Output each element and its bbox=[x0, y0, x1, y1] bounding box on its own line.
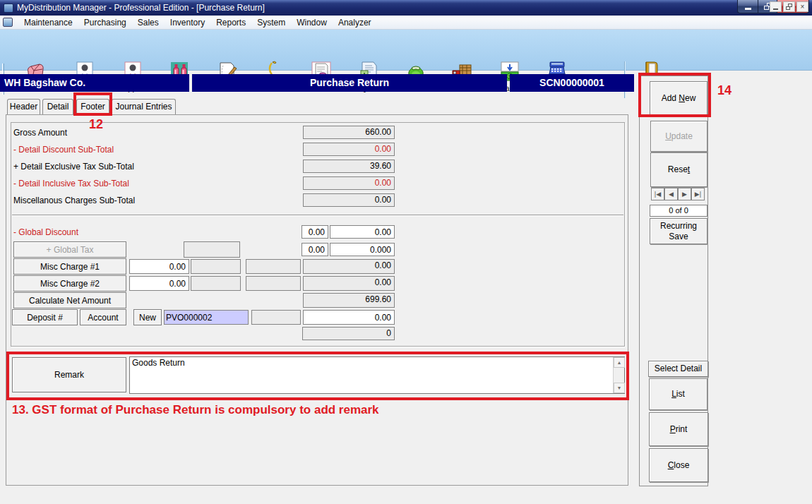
calculate-net-amount-button[interactable]: Calculate Net Amount bbox=[13, 292, 126, 308]
detail-inclusive-tax-field: 0.00 bbox=[303, 176, 395, 190]
nav-next-button[interactable]: ▶ bbox=[678, 188, 691, 200]
menu-maintenance[interactable]: Maintenance bbox=[18, 16, 78, 30]
menu-inventory[interactable]: Inventory bbox=[165, 16, 210, 30]
mdi-close-icon: × bbox=[801, 3, 805, 11]
deposit-doc-no-input[interactable] bbox=[164, 310, 249, 325]
menu-system[interactable]: System bbox=[251, 16, 291, 30]
mdi-minimize-icon bbox=[773, 8, 778, 10]
annotation-step-14: 14 bbox=[717, 83, 732, 98]
tab-detail[interactable]: Detail bbox=[42, 99, 73, 115]
deposit-count-field: 0 bbox=[302, 327, 395, 340]
misc-charge-1-tax-field bbox=[246, 259, 301, 274]
menu-window[interactable]: Window bbox=[291, 16, 333, 30]
deposit-amount-input[interactable] bbox=[303, 310, 395, 325]
print-button[interactable]: Print bbox=[649, 412, 708, 446]
misc-charge-1-button[interactable]: Misc Charge #1 bbox=[13, 258, 126, 275]
detail-exclusive-tax-label: + Detail Exclusive Tax Sub-Total bbox=[13, 162, 134, 172]
tab-journal-entries[interactable]: Journal Entries bbox=[112, 99, 176, 115]
app-window: { "window": { "title": "MyDistribution M… bbox=[0, 0, 812, 504]
deposit-account-button[interactable]: Account bbox=[80, 309, 126, 325]
mdi-restore-button[interactable] bbox=[783, 1, 795, 12]
add-new-button[interactable]: Add New bbox=[650, 81, 707, 115]
gross-amount-label: Gross Amount bbox=[13, 128, 67, 138]
misc-charge-2-input[interactable] bbox=[129, 276, 189, 291]
menu-reports[interactable]: Reports bbox=[210, 16, 251, 30]
app-icon bbox=[4, 4, 13, 13]
tab-footer[interactable]: Footer bbox=[76, 99, 109, 115]
annotation-step-12: 12 bbox=[89, 117, 103, 132]
record-counter: 0 of 0 bbox=[650, 205, 707, 217]
global-discount-amount-input[interactable] bbox=[330, 225, 395, 239]
annotation-step-13: 13. GST format of Purchase Return is com… bbox=[12, 403, 379, 417]
detail-inclusive-tax-label: - Detail Inclusive Tax Sub-Total bbox=[13, 179, 129, 188]
misc-charge-2-tax-field bbox=[246, 276, 301, 291]
update-button[interactable]: Update bbox=[650, 121, 707, 152]
remark-textarea-wrap: Goods Return ▲ ▼ bbox=[129, 356, 625, 394]
company-name-caption: WH Bagshaw Co. bbox=[0, 74, 189, 92]
deposit-number-button[interactable]: Deposit # bbox=[12, 309, 78, 325]
nav-first-button[interactable]: |◀ bbox=[651, 188, 664, 200]
deposit-new-button[interactable]: New bbox=[133, 309, 162, 325]
detail-discount-field: 0.00 bbox=[303, 143, 395, 156]
detail-exclusive-tax-field: 39.60 bbox=[303, 160, 395, 173]
remark-button[interactable]: Remark bbox=[12, 357, 126, 392]
recurring-save-button[interactable]: Recurring Save bbox=[650, 218, 707, 244]
title-bar: MyDistribution Manager - Professional Ed… bbox=[0, 0, 812, 16]
global-tax-button[interactable]: + Global Tax bbox=[13, 241, 126, 258]
menu-analyzer[interactable]: Analyzer bbox=[333, 16, 377, 30]
tab-header[interactable]: Header bbox=[7, 99, 40, 115]
global-tax-pct-input[interactable] bbox=[301, 243, 328, 256]
select-detail-button[interactable]: Select Detail bbox=[648, 361, 708, 377]
remark-textarea[interactable]: Goods Return bbox=[130, 357, 613, 393]
remark-scrollbar[interactable]: ▲ ▼ bbox=[613, 357, 624, 393]
global-discount-pct-input[interactable] bbox=[301, 225, 328, 239]
deposit-ref-field bbox=[251, 310, 301, 325]
reset-button[interactable]: Reset bbox=[650, 152, 707, 187]
menu-bar: Maintenance Purchasing Sales Inventory R… bbox=[0, 16, 812, 30]
window-title: MyDistribution Manager - Professional Ed… bbox=[17, 3, 265, 13]
gross-amount-field: 660.00 bbox=[303, 126, 395, 139]
mdi-restore-icon bbox=[786, 4, 792, 10]
nav-last-button[interactable]: ▶| bbox=[691, 188, 705, 200]
misc-charge-1-code-field bbox=[191, 259, 241, 274]
misc-charge-2-button[interactable]: Misc Charge #2 bbox=[13, 275, 126, 292]
misc-charge-2-code-field bbox=[191, 276, 241, 291]
menu-purchasing[interactable]: Purchasing bbox=[78, 16, 132, 30]
misc-charge-1-input[interactable] bbox=[129, 259, 189, 274]
minimize-button[interactable] bbox=[737, 0, 758, 13]
section-divider bbox=[12, 215, 623, 216]
list-button[interactable]: List bbox=[649, 378, 707, 410]
mdi-child-icon bbox=[3, 18, 13, 27]
misc-charges-subtotal-field: 0.00 bbox=[303, 193, 395, 207]
misc-charge-1-amount-field: 0.00 bbox=[303, 259, 395, 274]
mdi-minimize-button[interactable] bbox=[770, 1, 782, 12]
footer-tab-page: Gross Amount 660.00 - Detail Discount Su… bbox=[6, 114, 628, 486]
toolbar: Item Customer Supplier Misc PO GRNDO Pur… bbox=[0, 30, 812, 71]
global-tax-amount-input[interactable] bbox=[330, 243, 395, 256]
minimize-icon bbox=[745, 8, 751, 10]
mdi-close-button[interactable]: × bbox=[796, 1, 808, 12]
document-number-caption: SCN00000001 bbox=[510, 74, 634, 92]
side-button-panel: Add New Update Reset |◀ ◀ ▶ ▶| 0 of 0 Re… bbox=[639, 76, 708, 486]
menu-sales[interactable]: Sales bbox=[132, 16, 165, 30]
global-tax-code-field bbox=[184, 241, 240, 258]
misc-charge-2-amount-field: 0.00 bbox=[303, 276, 395, 291]
global-discount-label: - Global Discount bbox=[13, 227, 78, 237]
close-form-button[interactable]: Close bbox=[649, 448, 708, 482]
nav-prev-button[interactable]: ◀ bbox=[664, 188, 678, 200]
record-navigator: |◀ ◀ ▶ ▶| bbox=[651, 188, 705, 200]
scroll-up-icon[interactable]: ▲ bbox=[614, 357, 625, 368]
detail-discount-label: - Detail Discount Sub-Total bbox=[13, 145, 114, 155]
scroll-down-icon[interactable]: ▼ bbox=[614, 383, 625, 393]
misc-charges-subtotal-label: Miscellanous Charges Sub-Total bbox=[13, 196, 135, 205]
net-amount-field: 699.60 bbox=[303, 293, 395, 308]
document-title-caption: Purchase Return bbox=[192, 74, 507, 92]
